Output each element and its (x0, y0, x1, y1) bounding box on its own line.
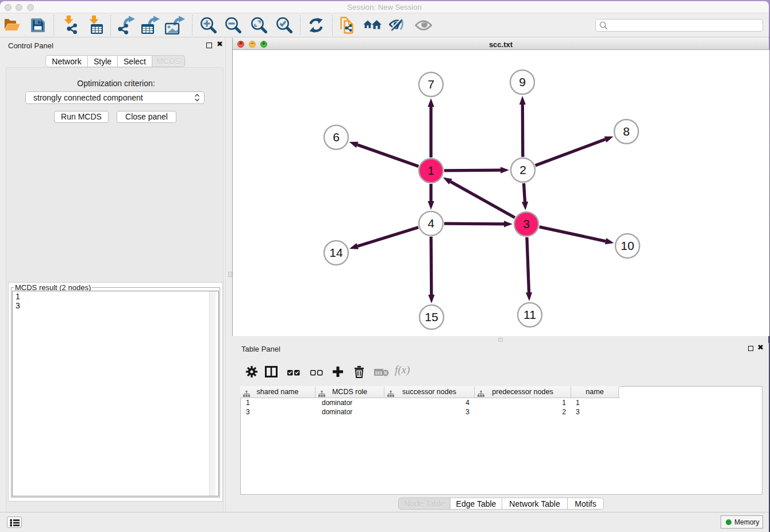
svg-text:1: 1 (428, 164, 434, 177)
svg-text:14: 14 (329, 246, 343, 259)
svg-text:9: 9 (519, 75, 526, 88)
svg-text:8: 8 (623, 125, 630, 138)
svg-text:10: 10 (621, 239, 634, 252)
svg-text:6: 6 (333, 130, 340, 144)
svg-text:15: 15 (425, 310, 438, 323)
svg-text:7: 7 (428, 78, 434, 91)
svg-text:2: 2 (519, 163, 526, 176)
svg-text:11: 11 (523, 308, 536, 321)
svg-text:4: 4 (428, 217, 434, 230)
svg-text:3: 3 (523, 217, 530, 230)
